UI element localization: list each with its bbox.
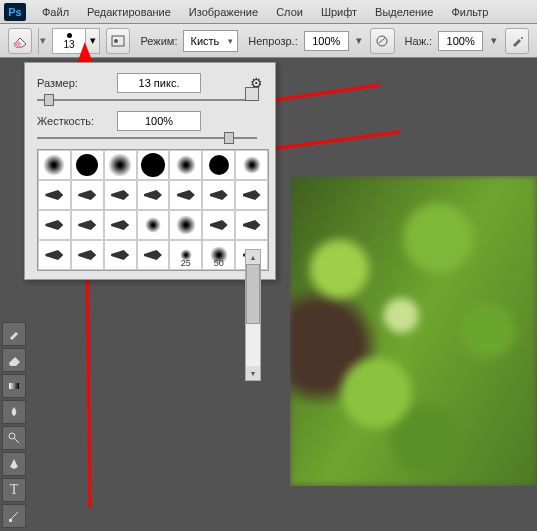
hardness-label: Жесткость: xyxy=(37,115,117,127)
brush-tool-icon[interactable] xyxy=(2,322,26,346)
brush-thumb[interactable]: 25 xyxy=(169,240,202,270)
brush-thumb[interactable] xyxy=(71,240,104,270)
size-slider[interactable] xyxy=(37,99,257,101)
brush-thumb[interactable]: 50 xyxy=(202,240,235,270)
flow-value: 100% xyxy=(447,35,475,47)
brush-thumb[interactable] xyxy=(235,180,268,210)
eraser-tool-icon[interactable] xyxy=(8,28,32,54)
pressure-opacity-icon[interactable] xyxy=(370,28,394,54)
svg-marker-6 xyxy=(9,357,20,366)
type-tool-icon[interactable]: T xyxy=(2,478,26,502)
size-reset-button[interactable] xyxy=(245,87,259,101)
menu-filter[interactable]: Фильтр xyxy=(443,3,496,21)
brush-thumb[interactable] xyxy=(104,180,137,210)
brush-thumb[interactable] xyxy=(137,180,170,210)
dodge-tool-icon[interactable] xyxy=(2,426,26,450)
brush-size-text: 25 xyxy=(181,258,191,268)
brush-thumb[interactable] xyxy=(71,150,104,180)
tool-preset-dropdown[interactable]: ▾ xyxy=(38,28,46,54)
document-canvas[interactable] xyxy=(290,176,537,486)
brush-thumb[interactable] xyxy=(137,210,170,240)
brush-preset-picker[interactable]: 13 xyxy=(52,28,86,54)
scroll-down-icon[interactable]: ▾ xyxy=(246,366,260,380)
flow-dropdown[interactable]: ▾ xyxy=(489,34,498,47)
brush-thumb[interactable] xyxy=(71,180,104,210)
opacity-dropdown[interactable]: ▾ xyxy=(355,34,364,47)
opacity-input[interactable]: 100% xyxy=(304,31,349,51)
gradient-tool-icon[interactable] xyxy=(2,374,26,398)
brush-thumb[interactable] xyxy=(235,150,268,180)
brush-thumb[interactable] xyxy=(169,210,202,240)
brush-thumbnails-grid: 25 50 xyxy=(37,149,269,271)
airbrush-icon[interactable] xyxy=(505,28,529,54)
svg-point-3 xyxy=(114,39,118,43)
brush-dropdown-arrow[interactable]: ▾ xyxy=(86,28,100,54)
brush-thumb[interactable] xyxy=(137,240,170,270)
brush-thumb[interactable] xyxy=(38,180,71,210)
brushes-scrollbar[interactable]: ▴ ▾ xyxy=(245,249,261,381)
svg-line-9 xyxy=(14,438,19,443)
brush-thumb[interactable] xyxy=(104,210,137,240)
svg-rect-7 xyxy=(9,383,19,389)
brush-thumb[interactable] xyxy=(71,210,104,240)
svg-point-5 xyxy=(521,37,523,39)
svg-rect-10 xyxy=(9,519,12,522)
opacity-label: Непрозр.: xyxy=(248,35,297,47)
eraser-tool-side-icon[interactable] xyxy=(2,348,26,372)
size-label: Размер: xyxy=(37,77,117,89)
brush-thumb[interactable] xyxy=(38,210,71,240)
mode-select[interactable]: Кисть xyxy=(183,30,238,52)
menu-image[interactable]: Изображение xyxy=(181,3,266,21)
tools-panel: T xyxy=(0,320,28,530)
brush-thumb[interactable] xyxy=(169,180,202,210)
hardness-input[interactable]: 100% xyxy=(117,111,201,131)
flow-label: Наж.: xyxy=(405,35,433,47)
blur-tool-icon[interactable] xyxy=(2,400,26,424)
brush-thumb[interactable] xyxy=(104,240,137,270)
scroll-thumb[interactable] xyxy=(246,264,260,324)
size-input[interactable]: 13 пикс. xyxy=(117,73,201,93)
hardness-slider[interactable] xyxy=(37,137,257,139)
menu-edit[interactable]: Редактирование xyxy=(79,3,179,21)
brush-thumb[interactable] xyxy=(169,150,202,180)
opacity-value: 100% xyxy=(312,35,340,47)
scroll-up-icon[interactable]: ▴ xyxy=(246,250,260,264)
menu-layers[interactable]: Слои xyxy=(268,3,311,21)
brush-thumb[interactable] xyxy=(202,150,235,180)
ps-logo: Ps xyxy=(4,3,26,21)
brush-thumb[interactable] xyxy=(38,240,71,270)
mode-value: Кисть xyxy=(190,35,219,47)
brush-thumb[interactable] xyxy=(202,210,235,240)
menu-select[interactable]: Выделение xyxy=(367,3,441,21)
brush-size-number: 13 xyxy=(63,39,74,50)
menu-file[interactable]: Файл xyxy=(34,3,77,21)
menu-type[interactable]: Шрифт xyxy=(313,3,365,21)
pen-tool-icon[interactable] xyxy=(2,452,26,476)
brush-thumb[interactable] xyxy=(202,180,235,210)
brush-thumb[interactable] xyxy=(38,150,71,180)
mode-label: Режим: xyxy=(140,35,177,47)
brush-thumb[interactable] xyxy=(104,150,137,180)
brush-dot-icon xyxy=(67,33,72,38)
brush-thumb[interactable] xyxy=(235,210,268,240)
brush-thumb[interactable] xyxy=(137,150,170,180)
options-bar: ▾ 13 ▾ Режим: Кисть Непрозр.: 100% ▾ Наж… xyxy=(0,24,537,58)
brush-panel-toggle[interactable] xyxy=(106,28,130,54)
path-tool-icon[interactable] xyxy=(2,504,26,528)
open-image xyxy=(290,176,537,486)
brush-size-text: 50 xyxy=(214,258,224,268)
brush-settings-popup: Размер: 13 пикс. ⚙ Жесткость: 100% 25 50… xyxy=(24,62,276,280)
flow-input[interactable]: 100% xyxy=(438,31,483,51)
menubar: Ps Файл Редактирование Изображение Слои … xyxy=(0,0,537,24)
